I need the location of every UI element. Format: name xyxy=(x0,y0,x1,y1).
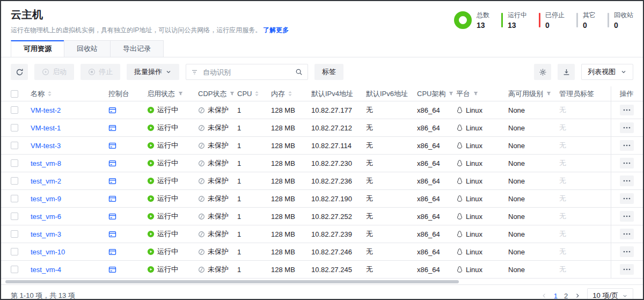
tag-button[interactable]: 标签 xyxy=(314,64,343,80)
row-checkbox[interactable] xyxy=(11,266,18,273)
vm-name-link[interactable]: VM-test-2 xyxy=(31,106,61,114)
learn-more-link[interactable]: 了解更多 xyxy=(263,26,289,34)
search-icon[interactable] xyxy=(295,68,303,76)
search-input[interactable] xyxy=(202,68,291,77)
row-actions-button[interactable] xyxy=(620,175,634,186)
filter-icon[interactable] xyxy=(473,91,479,97)
tab-export-records[interactable]: 导出记录 xyxy=(110,40,164,57)
console-icon[interactable] xyxy=(108,266,116,274)
page-number-1[interactable]: 1 xyxy=(554,292,558,300)
vm-name-link[interactable]: test_vm-4 xyxy=(31,266,61,274)
ipv4-cell: 10.82.27.252 xyxy=(311,208,366,225)
ha-cell: None xyxy=(508,243,559,260)
console-icon[interactable] xyxy=(108,195,116,203)
linux-icon xyxy=(456,142,463,149)
page-number-2[interactable]: 2 xyxy=(564,292,568,300)
filter-icon[interactable] xyxy=(229,91,235,97)
filter-lines-icon[interactable] xyxy=(191,69,198,76)
start-button[interactable]: 启动 xyxy=(34,64,74,80)
col-header-ha[interactable]: 高可用级别 xyxy=(508,86,559,101)
filter-icon[interactable] xyxy=(448,91,454,97)
status-text: 运行中 xyxy=(157,105,178,115)
col-header-cpu[interactable]: CPU xyxy=(237,86,271,101)
console-icon[interactable] xyxy=(108,142,116,150)
running-status-icon xyxy=(147,177,155,185)
console-icon[interactable] xyxy=(108,159,116,167)
chevron-down-icon xyxy=(620,69,627,75)
vm-name-link[interactable]: test_vm-3 xyxy=(31,230,61,238)
console-icon[interactable] xyxy=(108,230,116,238)
vm-name-link[interactable]: test_vm-8 xyxy=(31,159,61,167)
console-icon[interactable] xyxy=(108,106,116,114)
row-actions-button[interactable] xyxy=(620,193,634,204)
select-all-checkbox[interactable] xyxy=(11,90,18,98)
refresh-button[interactable] xyxy=(11,64,28,80)
admin-tag-cell: 无 xyxy=(559,190,611,207)
platform-text: Linux xyxy=(466,230,482,238)
vm-name-link[interactable]: test_vm-9 xyxy=(31,195,61,203)
view-mode-select[interactable]: 列表视图 xyxy=(581,64,633,80)
row-actions-button[interactable] xyxy=(620,122,634,133)
row-checkbox[interactable] xyxy=(11,248,18,255)
row-checkbox[interactable] xyxy=(11,106,18,114)
vm-name-link[interactable]: VM-test-1 xyxy=(31,124,61,132)
scrollbar-thumb[interactable] xyxy=(5,280,459,283)
status-text: 运行中 xyxy=(157,229,178,239)
sort-icon[interactable] xyxy=(288,90,292,97)
platform-text: Linux xyxy=(466,213,482,221)
row-checkbox[interactable] xyxy=(11,230,18,238)
settings-button[interactable] xyxy=(534,64,551,80)
row-checkbox[interactable] xyxy=(11,195,18,202)
row-actions-button[interactable] xyxy=(620,158,634,169)
table-footer: 第 1-10 项，共 13 项 1 2 10 项/页 xyxy=(1,284,643,300)
sort-icon[interactable] xyxy=(254,90,259,97)
cdp-text: 未保护 xyxy=(208,105,229,115)
col-header-memory[interactable]: 内存 xyxy=(271,86,311,101)
page-size-select[interactable]: 10 项/页 xyxy=(587,288,633,300)
row-checkbox[interactable] xyxy=(11,159,18,167)
sort-icon[interactable] xyxy=(47,90,52,97)
batch-actions-button[interactable]: 批量操作 xyxy=(127,64,179,80)
console-icon[interactable] xyxy=(108,124,116,132)
ipv4-cell: 10.82.27.239 xyxy=(311,225,366,243)
ipv6-cell: 无 xyxy=(366,101,417,119)
col-header-status[interactable]: 启用状态 xyxy=(147,86,198,101)
filter-icon[interactable] xyxy=(546,91,552,97)
row-actions-button[interactable] xyxy=(620,229,634,239)
linux-icon xyxy=(456,124,463,131)
running-status-icon xyxy=(147,266,155,273)
console-icon[interactable] xyxy=(108,177,116,185)
tab-available-resources[interactable]: 可用资源 xyxy=(11,40,64,57)
row-actions-button[interactable] xyxy=(620,211,634,222)
col-header-name[interactable]: 名称 xyxy=(31,86,108,101)
col-header-arch[interactable]: CPU架构 xyxy=(417,86,456,101)
row-actions-button[interactable] xyxy=(620,140,634,151)
vm-name-link[interactable]: VM-test-3 xyxy=(31,142,61,150)
col-header-platform[interactable]: 平台 xyxy=(456,86,508,101)
row-checkbox[interactable] xyxy=(11,142,18,149)
row-checkbox[interactable] xyxy=(11,177,18,185)
table-body: VM-test-2 运行中 未保护 1 128 MB 10.82.27.177 … xyxy=(1,101,643,279)
vm-name-link[interactable]: test_vm-2 xyxy=(31,177,61,185)
vm-name-link[interactable]: test_vm-10 xyxy=(31,248,65,256)
export-button[interactable] xyxy=(558,64,575,80)
tab-recycle-bin[interactable]: 回收站 xyxy=(64,40,111,57)
vm-name-link[interactable]: test_vm-6 xyxy=(31,213,61,221)
console-icon[interactable] xyxy=(108,248,116,256)
linux-icon xyxy=(456,266,463,273)
row-actions-button[interactable] xyxy=(620,105,634,115)
row-actions-button[interactable] xyxy=(620,264,634,275)
row-actions-button[interactable] xyxy=(620,246,634,257)
filter-icon[interactable] xyxy=(178,91,184,97)
prev-page-icon[interactable] xyxy=(541,292,547,299)
row-checkbox[interactable] xyxy=(11,124,18,131)
stop-button[interactable]: 停止 xyxy=(80,64,120,80)
col-header-cdp[interactable]: CDP状态 xyxy=(198,86,237,101)
console-icon[interactable] xyxy=(108,213,116,221)
ipv6-cell: 无 xyxy=(366,190,417,207)
row-checkbox[interactable] xyxy=(11,213,18,220)
cdp-text: 未保护 xyxy=(208,123,229,133)
next-page-icon[interactable] xyxy=(574,292,581,299)
status-text: 运行中 xyxy=(157,194,178,203)
arch-cell: x86_64 xyxy=(417,261,456,278)
